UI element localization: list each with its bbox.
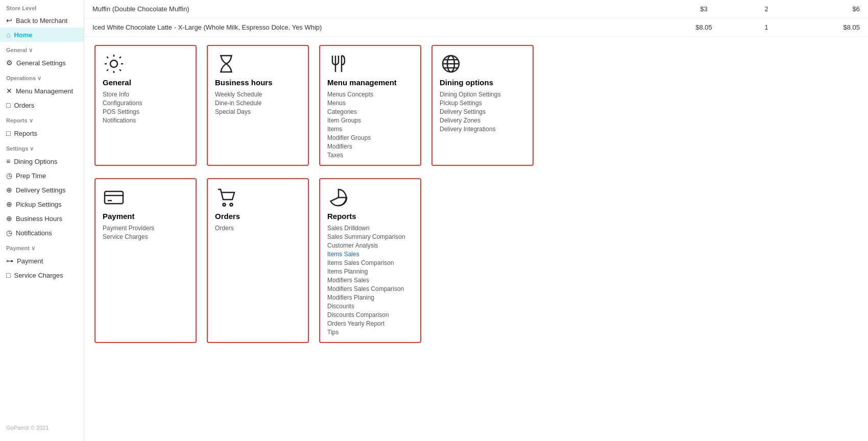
- card-link[interactable]: Orders: [215, 225, 301, 232]
- home-icon: ⌂: [6, 31, 10, 39]
- card-link[interactable]: Sales Drilldown: [327, 225, 413, 232]
- card-link[interactable]: Delivery Integrations: [440, 126, 525, 133]
- dashboard-card[interactable]: Business hoursWeekly ScheduleDine-in Sch…: [207, 45, 309, 166]
- card-link[interactable]: Discounts: [327, 303, 413, 310]
- hourglass-icon: [215, 52, 301, 75]
- card-link[interactable]: Taxes: [327, 152, 413, 159]
- card-link[interactable]: Notifications: [103, 117, 188, 124]
- sidebar: Store Level ↩ Back to Merchant ⌂ Home Ge…: [0, 0, 84, 441]
- payment-section-label: Payment ∨: [0, 240, 84, 254]
- card-links: Menus ConceptsMenusCategoriesItem Groups…: [327, 91, 413, 159]
- card-link[interactable]: Dine-in Schedule: [215, 100, 301, 107]
- card-link[interactable]: Modifiers Planing: [327, 294, 413, 301]
- order-table: Muffin (Double Chocolate Muffin) $3 2 $6…: [84, 0, 868, 37]
- svg-point-0: [110, 60, 117, 67]
- dining-icon: ≡: [6, 157, 10, 165]
- card-link[interactable]: Modifiers Sales: [327, 277, 413, 284]
- main-content: Muffin (Double Chocolate Muffin) $3 2 $6…: [84, 0, 868, 441]
- notifications-item[interactable]: ◷ Notifications: [0, 226, 84, 240]
- card-link[interactable]: Item Groups: [327, 117, 413, 124]
- card-link[interactable]: Modifiers: [327, 143, 413, 150]
- card-link[interactable]: Discounts Comparison: [327, 311, 413, 318]
- menu-management-item[interactable]: ✕ Menu Management: [0, 84, 84, 98]
- card-link[interactable]: Delivery Zones: [440, 117, 525, 124]
- card-link[interactable]: Sales Summary Comparison: [327, 233, 413, 240]
- dashboard-row-2: PaymentPayment ProvidersService Charges …: [94, 178, 858, 342]
- reports-item[interactable]: □ Reports: [0, 126, 84, 140]
- dashboard-card[interactable]: PaymentPayment ProvidersService Charges: [94, 178, 197, 342]
- card-link[interactable]: Menus Concepts: [327, 91, 413, 98]
- card-title: Business hours: [215, 78, 301, 87]
- svg-point-12: [230, 203, 233, 206]
- business-hours-item[interactable]: ⊕ Business Hours: [0, 211, 84, 226]
- store-level-label: Store Level: [0, 0, 84, 13]
- dashboard-card[interactable]: Dining optionsDining Option SettingsPick…: [431, 45, 534, 166]
- payment-icon: ⊶: [6, 257, 13, 265]
- dashboard: GeneralStore InfoConfigurationsPOS Setti…: [84, 37, 868, 351]
- card-links: Orders: [215, 225, 301, 232]
- card-link[interactable]: Items Sales: [327, 251, 413, 258]
- payment-item[interactable]: ⊶ Payment: [0, 254, 84, 268]
- card-link[interactable]: Items Sales Comparison: [327, 259, 413, 266]
- orders-item[interactable]: □ Orders: [0, 98, 84, 112]
- card-links: Sales DrilldownSales Summary ComparisonC…: [327, 225, 413, 336]
- orders-icon: □: [6, 101, 10, 109]
- general-section-label: General ∨: [0, 42, 84, 56]
- delivery-settings-item[interactable]: ⊕ Delivery Settings: [0, 183, 84, 197]
- card-links: Weekly ScheduleDine-in ScheduleSpecial D…: [215, 91, 301, 115]
- cart-icon: [215, 185, 301, 208]
- item-price: $8.05: [665, 18, 742, 37]
- card-links: Dining Option SettingsPickup SettingsDel…: [440, 91, 525, 133]
- item-qty: 2: [743, 0, 790, 18]
- pickup-settings-item[interactable]: ⊕ Pickup Settings: [0, 197, 84, 211]
- operations-section-label: Operations ∨: [0, 70, 84, 84]
- globe-icon: [440, 52, 525, 75]
- card-link[interactable]: Items Planning: [327, 268, 413, 275]
- card-link[interactable]: Service Charges: [103, 233, 188, 240]
- pie-chart-icon: [327, 185, 413, 208]
- svg-rect-8: [105, 191, 123, 204]
- dashboard-card[interactable]: OrdersOrders: [207, 178, 309, 342]
- card-link[interactable]: Pickup Settings: [440, 100, 525, 107]
- dining-options-item[interactable]: ≡ Dining Options: [0, 154, 84, 168]
- card-link[interactable]: Weekly Schedule: [215, 91, 301, 98]
- fork-knife-icon: [327, 52, 413, 75]
- item-name: Muffin (Double Chocolate Muffin): [84, 0, 665, 18]
- delivery-icon: ⊕: [6, 186, 12, 194]
- card-link[interactable]: Dining Option Settings: [440, 91, 525, 98]
- item-total: $8.05: [790, 18, 869, 37]
- item-name: Iced White Chocolate Latte - X-Large (Wh…: [84, 18, 665, 37]
- home-item[interactable]: ⌂ Home: [0, 28, 84, 42]
- card-link[interactable]: Configurations: [103, 100, 188, 107]
- prep-time-item[interactable]: ◷ Prep Time: [0, 168, 84, 183]
- card-link[interactable]: Special Days: [215, 108, 301, 115]
- menu-icon: ✕: [6, 87, 12, 95]
- dashboard-row-1: GeneralStore InfoConfigurationsPOS Setti…: [94, 45, 858, 166]
- card-link[interactable]: Modifier Groups: [327, 134, 413, 141]
- back-to-merchant[interactable]: ↩ Back to Merchant: [0, 13, 84, 28]
- item-price: $3: [665, 0, 742, 18]
- charges-icon: □: [6, 271, 10, 279]
- dashboard-card[interactable]: Menu managementMenus ConceptsMenusCatego…: [319, 45, 421, 166]
- service-charges-item[interactable]: □ Service Charges: [0, 268, 84, 282]
- card-link[interactable]: Store Info: [103, 91, 188, 98]
- card-link[interactable]: Modifiers Sales Comparison: [327, 285, 413, 292]
- general-settings-item[interactable]: ⚙ General Settings: [0, 56, 84, 70]
- card-link[interactable]: POS Settings: [103, 108, 188, 115]
- card-link[interactable]: Orders Yearly Report: [327, 320, 413, 327]
- card-links: Store InfoConfigurationsPOS SettingsNoti…: [103, 91, 188, 124]
- card-link[interactable]: Delivery Settings: [440, 108, 525, 115]
- notif-icon: ◷: [6, 229, 12, 237]
- dashboard-card[interactable]: ReportsSales DrilldownSales Summary Comp…: [319, 178, 421, 342]
- item-total: $6: [790, 0, 869, 18]
- card-title: General: [103, 78, 188, 87]
- card-link[interactable]: Tips: [327, 329, 413, 336]
- card-link[interactable]: Payment Providers: [103, 225, 188, 232]
- card-links: Payment ProvidersService Charges: [103, 225, 188, 240]
- card-link[interactable]: Items: [327, 126, 413, 133]
- card-link[interactable]: Menus: [327, 100, 413, 107]
- card-link[interactable]: Customer Analysis: [327, 242, 413, 249]
- pickup-icon: ⊕: [6, 200, 12, 208]
- card-link[interactable]: Categories: [327, 108, 413, 115]
- dashboard-card[interactable]: GeneralStore InfoConfigurationsPOS Setti…: [94, 45, 197, 166]
